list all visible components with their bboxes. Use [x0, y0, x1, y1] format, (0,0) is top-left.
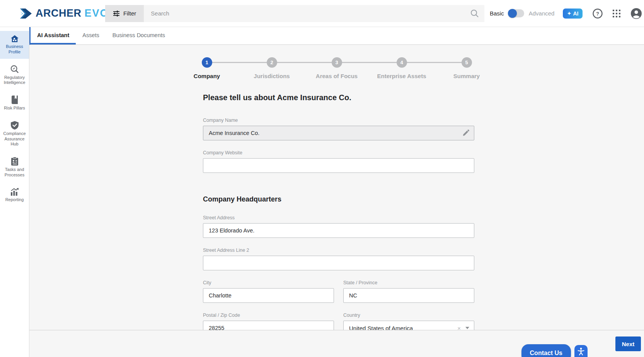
stepper-step-jurisdictions[interactable]: 2 Jurisdictions: [239, 57, 304, 79]
apps-grid-icon: [613, 10, 620, 17]
city-label: City: [203, 280, 334, 285]
step-label: Summary: [453, 73, 480, 79]
sidebar-item-label: Reporting: [5, 197, 24, 203]
next-button[interactable]: Next: [615, 337, 641, 351]
form-title: Please tell us about Acme Insurance Co.: [203, 93, 474, 102]
apps-grid-button[interactable]: [613, 10, 620, 17]
company-name-field-group: Company Name: [203, 118, 474, 140]
accessibility-button[interactable]: [574, 345, 588, 357]
step-label: Enterprise Assets: [377, 73, 426, 79]
wizard-content: 1 Company 2 Jurisdictions 3 Areas of Foc…: [29, 45, 644, 330]
filter-sliders-icon: [113, 10, 120, 17]
step-label: Jurisdictions: [254, 73, 290, 79]
headquarters-title: Company Headquarters: [203, 195, 474, 203]
filter-button-label: Filter: [123, 10, 136, 17]
sidebar-item-label: Tasks and Processes: [1, 167, 28, 178]
ai-button[interactable]: ✦ AI: [563, 9, 583, 19]
toggle-label-basic: Basic: [490, 10, 504, 17]
state-field-group: State / Province: [343, 280, 474, 303]
company-name-input[interactable]: [203, 126, 474, 140]
city-input[interactable]: [203, 288, 334, 303]
street-address-2-field-group: Street Address Line 2: [203, 248, 474, 270]
sidebar-item-tasks-and-processes[interactable]: Tasks and Processes: [0, 153, 29, 182]
tab-label: Assets: [82, 32, 99, 38]
sparkle-icon: ✦: [567, 11, 571, 16]
book-bookmark-icon: [11, 96, 19, 104]
step-number-badge: 2: [267, 57, 277, 68]
filter-button[interactable]: Filter: [105, 5, 144, 22]
company-website-input[interactable]: [203, 158, 474, 173]
contact-us-button[interactable]: Contact Us: [521, 344, 571, 357]
tab-label: Business Documents: [112, 32, 165, 38]
sidebar-item-regulatory-intelligence[interactable]: Regulatory Intelligence: [0, 61, 29, 90]
step-label: Areas of Focus: [316, 73, 358, 79]
chevron-down-icon[interactable]: [465, 327, 469, 329]
stepper-step-areas-of-focus[interactable]: 3 Areas of Focus: [304, 57, 369, 79]
country-select[interactable]: United States of America ×: [343, 321, 474, 330]
state-label: State / Province: [343, 280, 474, 285]
chart-trend-icon: [10, 188, 19, 196]
street-address-2-input[interactable]: [203, 256, 474, 270]
search-zone: Filter: [105, 5, 484, 22]
tab-label: AI Assistant: [37, 32, 69, 38]
ai-button-label: AI: [573, 10, 578, 17]
postal-field-group: Postal / Zip Code: [203, 313, 334, 330]
sidebar-item-label: Regulatory Intelligence: [1, 75, 28, 86]
sidebar-item-compliance-assurance-hub[interactable]: Compliance Assurance Hub: [0, 117, 29, 151]
company-form: Please tell us about Acme Insurance Co. …: [203, 93, 474, 330]
company-name-label: Company Name: [203, 118, 474, 123]
step-number-badge: 3: [332, 57, 342, 68]
sidebar: Business Profile Regulatory Intelligence…: [0, 27, 29, 357]
magnifier-compass-icon: [10, 65, 19, 73]
toggle-label-advanced: Advanced: [529, 10, 555, 17]
postal-input[interactable]: [203, 321, 334, 330]
clear-selection-icon[interactable]: ×: [457, 325, 461, 330]
sidebar-item-reporting[interactable]: Reporting: [0, 184, 29, 207]
company-website-field-group: Company Website: [203, 150, 474, 173]
shield-check-icon: [11, 121, 19, 130]
logo-arrow-icon: [19, 8, 32, 19]
street-address-2-label: Street Address Line 2: [203, 248, 474, 253]
help-button[interactable]: ?: [593, 9, 603, 19]
accessibility-icon: [576, 347, 586, 356]
edit-pencil-icon[interactable]: [462, 130, 469, 137]
stepper-step-enterprise-assets[interactable]: 4 Enterprise Assets: [369, 57, 434, 79]
stepper: 1 Company 2 Jurisdictions 3 Areas of Foc…: [29, 57, 644, 79]
app-window: ARCHER EVOLV ™ Filter: [0, 0, 644, 357]
postal-label: Postal / Zip Code: [203, 313, 334, 318]
sidebar-item-risk-pillars[interactable]: Risk Pillars: [0, 92, 29, 115]
street-address-label: Street Address: [203, 215, 474, 220]
country-label: Country: [343, 313, 474, 318]
company-website-label: Company Website: [203, 150, 474, 155]
sidebar-item-label: Business Profile: [1, 44, 28, 55]
step-number-badge: 1: [202, 57, 212, 68]
user-avatar-button[interactable]: [630, 8, 642, 19]
stepper-step-company[interactable]: 1 Company: [174, 57, 239, 79]
street-address-input[interactable]: [203, 223, 474, 238]
country-selected-value: United States of America: [349, 325, 457, 330]
state-input[interactable]: [343, 288, 474, 303]
search-bar: [144, 5, 484, 22]
home-blocks-icon: [10, 35, 19, 43]
brand-logo: ARCHER EVOLV ™: [0, 7, 105, 19]
tab-bar: AI Assistant Assets Business Documents: [29, 27, 644, 45]
basic-advanced-toggle[interactable]: [508, 9, 524, 17]
country-field-group: Country United States of America ×: [343, 313, 474, 330]
sidebar-item-label: Compliance Assurance Hub: [1, 131, 28, 147]
tab-assets[interactable]: Assets: [76, 27, 106, 44]
search-input[interactable]: [144, 10, 484, 17]
tab-ai-assistant[interactable]: AI Assistant: [31, 27, 76, 44]
street-address-field-group: Street Address: [203, 215, 474, 238]
sidebar-item-business-profile[interactable]: Business Profile: [0, 31, 29, 59]
top-header: ARCHER EVOLV ™ Filter: [0, 0, 644, 27]
search-icon[interactable]: [470, 9, 479, 18]
stepper-step-summary[interactable]: 5 Summary: [434, 57, 499, 79]
city-field-group: City: [203, 280, 334, 303]
tab-business-documents[interactable]: Business Documents: [106, 27, 172, 44]
user-avatar-icon: [630, 8, 642, 19]
wizard-footer: Contact Us Next: [29, 330, 644, 357]
toggle-knob[interactable]: [508, 9, 517, 18]
help-icon: ?: [593, 9, 603, 19]
main-panel: AI Assistant Assets Business Documents 1…: [29, 27, 644, 357]
header-actions: Basic Advanced ✦ AI ?: [490, 8, 642, 19]
